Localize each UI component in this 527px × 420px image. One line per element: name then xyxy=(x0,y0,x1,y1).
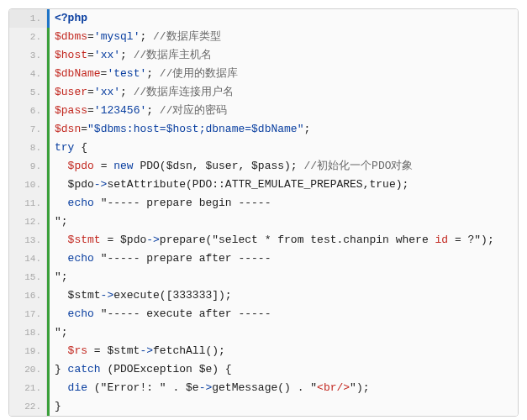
token-str: 'xx' xyxy=(94,49,120,61)
token-str: '123456' xyxy=(94,104,146,117)
token-plain xyxy=(55,252,68,265)
code-line: 18."; xyxy=(9,323,518,342)
token-id: id xyxy=(435,234,449,246)
code-line: 16. $stmt->execute([333333]); xyxy=(9,286,518,305)
token-op: ; xyxy=(120,86,134,98)
token-kw: die xyxy=(68,381,87,394)
token-var: $dbms xyxy=(55,30,87,43)
code-line: 1.<?php xyxy=(9,9,518,28)
token-plain: ("Error!: " . $e xyxy=(87,381,199,394)
line-number: 19. xyxy=(9,342,47,360)
token-plain xyxy=(55,160,68,172)
token-op: ; xyxy=(120,49,134,61)
code-line: 17. echo "----- execute after ----- xyxy=(9,305,518,323)
code-content: } catch (PDOException $e) { xyxy=(47,360,518,379)
code-line: 3.$host='xx'; //数据库主机名 xyxy=(9,46,518,65)
token-op: = xyxy=(87,49,94,61)
code-content: $pdo->setAttribute(PDO::ATTR_EMULATE_PRE… xyxy=(47,176,518,194)
code-content: $pass='123456'; //对应的密码 xyxy=(47,102,518,120)
code-content: echo "----- execute after ----- xyxy=(47,305,518,323)
token-cmt: //数据库主机名 xyxy=(134,49,213,61)
line-number: 17. xyxy=(9,305,47,323)
token-cmt: //数据库类型 xyxy=(153,30,221,43)
code-line: 14. echo "----- prepare after ----- xyxy=(9,249,518,268)
code-line: 9. $pdo = new PDO($dsn, $user, $pass); /… xyxy=(9,157,518,176)
token-plain: "----- execute after ----- xyxy=(94,307,271,320)
line-number: 13. xyxy=(9,231,47,249)
code-content: $rs = $stmt->fetchAll(); xyxy=(47,342,518,360)
token-op: ; xyxy=(140,30,153,43)
line-number: 6. xyxy=(9,102,47,120)
token-op: } xyxy=(55,400,61,412)
token-plain: "; xyxy=(55,215,68,228)
code-content: $dsn="$dbms:host=$host;dbname=$dbName"; xyxy=(47,120,518,139)
token-op: ; xyxy=(146,67,160,80)
token-str: 'test' xyxy=(107,67,146,80)
token-op: = xyxy=(81,123,87,135)
code-line: 11. echo "----- prepare begin ----- xyxy=(9,194,518,213)
token-arrow: -> xyxy=(146,234,160,246)
code-content: <?php xyxy=(47,9,518,28)
line-number: 18. xyxy=(9,323,47,342)
line-number: 4. xyxy=(9,65,47,83)
token-var: $pass xyxy=(55,104,87,117)
code-line: 8.try { xyxy=(9,139,518,157)
token-op: = xyxy=(87,104,94,117)
line-number: 11. xyxy=(9,194,47,213)
token-cmt: //对应的密码 xyxy=(160,104,228,117)
token-op: = xyxy=(94,160,113,172)
token-plain: getMessage() . " xyxy=(212,381,317,394)
token-plain: "; xyxy=(55,326,68,339)
token-op: } xyxy=(55,363,68,375)
token-kw: echo xyxy=(68,252,94,265)
code-line: 21. die ("Error!: " . $e->getMessage() .… xyxy=(9,379,518,397)
token-plain: = ?"); xyxy=(448,234,494,246)
code-content: $stmt = $pdo->prepare("select * from tes… xyxy=(47,231,518,249)
code-content: $stmt->execute([333333]); xyxy=(47,286,518,305)
token-op: { xyxy=(74,141,87,154)
token-str: "$dbms:host=$host;dbname=$dbName" xyxy=(87,123,303,135)
token-plain: $pdo xyxy=(55,178,94,191)
token-plain: (PDOException $e) { xyxy=(101,363,232,375)
code-content: } xyxy=(47,397,518,416)
token-kw: echo xyxy=(68,307,94,320)
code-line: 13. $stmt = $pdo->prepare("select * from… xyxy=(9,231,518,249)
token-cmt: //数据库连接用户名 xyxy=(134,86,235,98)
code-content: $user='xx'; //数据库连接用户名 xyxy=(47,83,518,102)
line-number: 1. xyxy=(9,9,47,28)
token-plain xyxy=(55,381,68,394)
code-content: "; xyxy=(47,323,518,342)
token-plain xyxy=(55,344,68,357)
code-line: 19. $rs = $stmt->fetchAll(); xyxy=(9,342,518,360)
token-cmt: //使用的数据库 xyxy=(160,67,239,80)
code-content: $dbms='mysql'; //数据库类型 xyxy=(47,28,518,46)
token-var: $rs xyxy=(68,344,87,357)
token-plain: "----- prepare begin ----- xyxy=(94,197,271,209)
token-plain xyxy=(55,197,68,209)
code-line: 12."; xyxy=(9,213,518,231)
token-op: = xyxy=(87,30,94,43)
token-arrow: -> xyxy=(101,289,114,302)
token-op: ; xyxy=(146,104,160,117)
token-str: 'xx' xyxy=(94,86,120,98)
code-line: 4.$dbName='test'; //使用的数据库 xyxy=(9,65,518,83)
token-kw: new xyxy=(113,160,133,172)
code-content: die ("Error!: " . $e->getMessage() . "<b… xyxy=(47,379,518,397)
token-plain: = $stmt xyxy=(87,344,140,357)
token-plain: "; xyxy=(55,270,68,283)
code-content: echo "----- prepare after ----- xyxy=(47,249,518,268)
code-content: $host='xx'; //数据库主机名 xyxy=(47,46,518,65)
token-plain: fetchAll(); xyxy=(153,344,225,357)
code-line: 10. $pdo->setAttribute(PDO::ATTR_EMULATE… xyxy=(9,176,518,194)
token-plain: "); xyxy=(350,381,369,394)
line-number: 15. xyxy=(9,268,47,286)
line-number: 3. xyxy=(9,46,47,65)
token-html: <br/> xyxy=(317,381,350,394)
line-number: 16. xyxy=(9,286,47,305)
token-arrow: -> xyxy=(140,344,153,357)
token-var: $dbName xyxy=(55,67,101,80)
line-number: 12. xyxy=(9,213,47,231)
token-op: = xyxy=(87,86,94,98)
code-line: 15."; xyxy=(9,268,518,286)
line-number: 10. xyxy=(9,176,47,194)
